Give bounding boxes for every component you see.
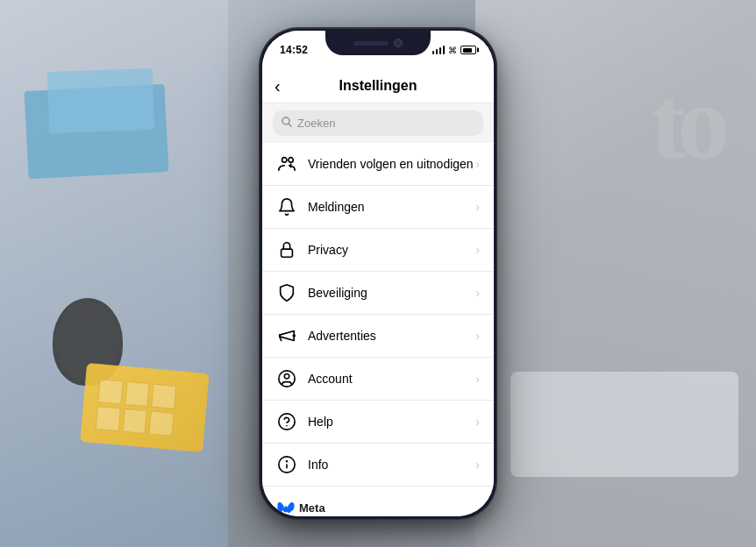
menu-item-account[interactable]: Account › — [262, 358, 494, 401]
search-placeholder-text: Zoeken — [297, 117, 335, 130]
menu-item-notifications[interactable]: Meldingen › — [262, 186, 494, 229]
phone-container: 14:52 ⌘ ‹ — [260, 28, 496, 519]
svg-line-1 — [289, 124, 292, 127]
search-icon — [282, 117, 292, 130]
account-chevron: › — [475, 372, 480, 386]
help-label: Help — [308, 415, 475, 429]
lock-icon — [276, 239, 297, 260]
search-container: Zoeken — [262, 103, 494, 143]
help-chevron: › — [475, 415, 480, 429]
menu-item-privacy[interactable]: Privacy › — [262, 229, 494, 272]
battery-icon — [460, 46, 476, 54]
friends-icon — [276, 153, 297, 174]
privacy-label: Privacy — [308, 243, 475, 257]
menu-item-help[interactable]: Help › — [262, 401, 494, 444]
signal-bars — [432, 46, 446, 54]
friends-label: Vrienden volgen en uitnodigen — [308, 157, 475, 171]
info-label: Info — [308, 458, 475, 472]
bg-keyboard — [510, 372, 738, 477]
security-chevron: › — [475, 286, 480, 300]
svg-point-0 — [282, 117, 289, 124]
menu-item-friends[interactable]: Vrienden volgen en uitnodigen › — [262, 143, 494, 186]
security-label: Beveiliging — [308, 286, 475, 300]
status-time: 14:52 — [280, 44, 308, 56]
megaphone-icon — [276, 325, 297, 346]
svg-point-2 — [282, 158, 288, 163]
phone-inner: 14:52 ⌘ ‹ — [262, 31, 494, 516]
meta-section: Meta Accountcentrum Beheer instellingen … — [262, 487, 494, 516]
info-chevron: › — [475, 458, 480, 472]
bg-yellow-squares — [89, 373, 182, 442]
wifi-icon: ⌘ — [448, 46, 457, 55]
svg-point-13 — [287, 461, 288, 462]
notch-speaker — [353, 41, 389, 46]
bg-text-right: to — [651, 70, 721, 175]
nav-header: ‹ Instellingen — [262, 69, 494, 103]
app-content: ‹ Instellingen Zoeken — [262, 69, 494, 516]
notifications-chevron: › — [475, 200, 480, 214]
meta-symbol — [276, 501, 296, 515]
notch-camera — [394, 39, 403, 47]
svg-point-8 — [279, 414, 295, 430]
bg-blue-card2 — [47, 68, 154, 133]
account-icon — [276, 368, 297, 389]
privacy-chevron: › — [475, 243, 480, 257]
ads-label: Advertenties — [308, 329, 475, 343]
menu-item-info[interactable]: Info › — [262, 444, 494, 487]
help-icon — [276, 411, 297, 432]
svg-point-3 — [289, 158, 294, 163]
status-icons: ⌘ — [432, 46, 477, 55]
phone-frame: 14:52 ⌘ ‹ — [260, 28, 496, 519]
meta-logo: Meta — [276, 501, 480, 515]
svg-rect-4 — [282, 249, 293, 257]
menu-item-security[interactable]: Beveiliging › — [262, 272, 494, 315]
page-title: Instellingen — [339, 78, 417, 94]
bell-icon — [276, 196, 297, 217]
info-icon — [276, 454, 297, 475]
svg-point-7 — [284, 374, 289, 380]
meta-text: Meta — [299, 501, 325, 515]
back-button[interactable]: ‹ — [275, 76, 281, 96]
battery-fill — [463, 48, 472, 53]
menu-item-ads[interactable]: Advertenties › — [262, 315, 494, 358]
ads-chevron: › — [475, 329, 480, 343]
status-bar: 14:52 ⌘ — [262, 31, 494, 69]
account-label: Account — [308, 372, 475, 386]
notifications-label: Meldingen — [308, 200, 475, 214]
shield-icon — [276, 282, 297, 303]
menu-list: Vrienden volgen en uitnodigen › Meldinge… — [262, 143, 494, 487]
friends-chevron: › — [475, 157, 480, 171]
notch — [325, 31, 431, 55]
search-bar[interactable]: Zoeken — [273, 110, 483, 136]
